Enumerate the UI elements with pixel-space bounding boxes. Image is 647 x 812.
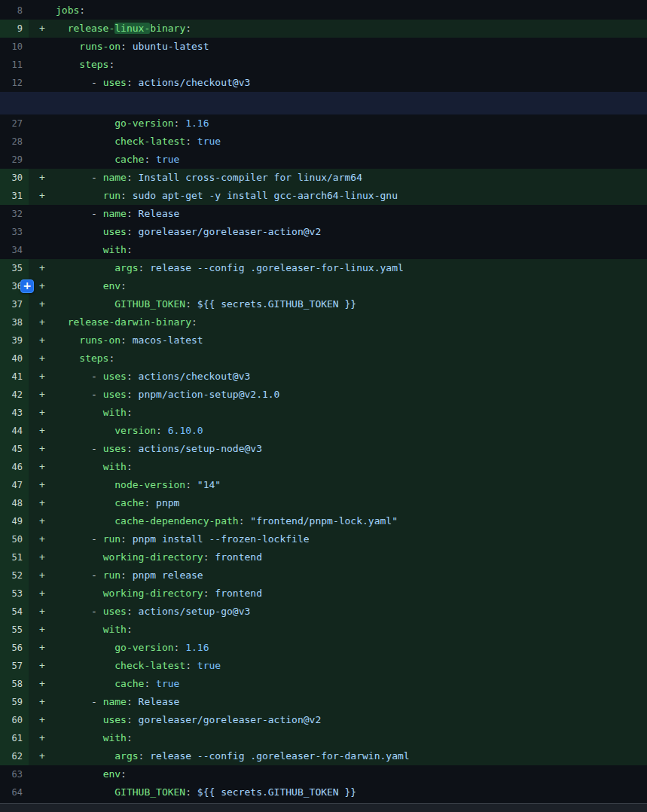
line-number[interactable]: 8 bbox=[0, 2, 29, 20]
code-token bbox=[56, 714, 103, 725]
line-number[interactable]: 33 bbox=[0, 223, 29, 241]
code-token: : bbox=[203, 588, 215, 599]
line-number[interactable]: 40 bbox=[0, 350, 29, 368]
code-token: working-directory bbox=[103, 588, 203, 599]
code-text: jobs: bbox=[56, 2, 647, 20]
code-token: - bbox=[56, 172, 103, 183]
diff-line: 9+ release-linux-binary: bbox=[0, 20, 647, 38]
line-number[interactable]: 62 bbox=[0, 747, 29, 765]
code-token: actions/setup-go@v3 bbox=[139, 606, 251, 617]
line-number[interactable]: 48 bbox=[0, 494, 29, 512]
code-token: : bbox=[127, 244, 133, 255]
diff-add-marker: + bbox=[29, 368, 56, 386]
diff-line: 12 - uses: actions/checkout@v3 bbox=[0, 74, 647, 92]
code-token: true bbox=[197, 136, 221, 147]
code-token bbox=[56, 280, 103, 292]
code-token: working-directory bbox=[103, 551, 203, 563]
code-token: run bbox=[103, 533, 121, 545]
diff-add-marker: + bbox=[29, 693, 56, 711]
diff-add-marker: + bbox=[29, 530, 56, 548]
diff-add-marker: + bbox=[29, 20, 56, 38]
code-token: run bbox=[103, 190, 121, 201]
line-number[interactable]: 49 bbox=[0, 512, 29, 530]
diff-add-marker: + bbox=[29, 675, 56, 693]
line-number[interactable]: 45 bbox=[0, 440, 29, 458]
code-token bbox=[56, 786, 114, 798]
code-text: cache-dependency-path: "frontend/pnpm-lo… bbox=[56, 512, 647, 530]
code-token: frontend bbox=[215, 551, 262, 563]
diff-line: 49+ cache-dependency-path: "frontend/pnp… bbox=[0, 512, 647, 530]
diff-line: 32 - name: Release bbox=[0, 205, 647, 223]
diff-add-marker: + bbox=[29, 729, 56, 747]
diff-add-marker bbox=[29, 223, 56, 241]
diff-line: 43+ with: bbox=[0, 404, 647, 422]
line-number[interactable]: 59 bbox=[0, 693, 29, 711]
line-number[interactable]: 31 bbox=[0, 187, 29, 205]
code-token: : bbox=[127, 371, 139, 382]
code-token: : bbox=[127, 389, 139, 400]
line-number[interactable]: 58 bbox=[0, 675, 29, 693]
diff-line: 36+ env: bbox=[0, 277, 647, 295]
line-number[interactable]: 38 bbox=[0, 313, 29, 331]
code-text: steps: bbox=[56, 350, 647, 368]
line-number[interactable]: 30 bbox=[0, 169, 29, 187]
code-token: steps bbox=[79, 353, 108, 364]
code-token: uses bbox=[103, 77, 127, 88]
line-number[interactable]: 46 bbox=[0, 458, 29, 476]
diff-add-marker: + bbox=[29, 621, 56, 639]
line-number[interactable]: 55 bbox=[0, 621, 29, 639]
line-number[interactable]: 11 bbox=[0, 56, 29, 74]
line-number[interactable]: 61 bbox=[0, 729, 29, 747]
diff-line: 27 go-version: 1.16 bbox=[0, 114, 647, 133]
code-token: go-version bbox=[114, 642, 173, 653]
line-number[interactable]: 43 bbox=[0, 404, 29, 422]
line-number[interactable]: 35 bbox=[0, 259, 29, 277]
code-token: 6.10.0 bbox=[168, 425, 203, 436]
line-number[interactable]: 51 bbox=[0, 548, 29, 566]
code-text: - run: pnpm install --frozen-lockfile bbox=[56, 530, 647, 548]
code-token: actions/checkout@v3 bbox=[139, 371, 251, 382]
diff-add-marker: + bbox=[29, 440, 56, 458]
line-number[interactable]: 29 bbox=[0, 151, 29, 169]
code-token: release-darwin-binary bbox=[68, 316, 191, 328]
line-number[interactable]: 47 bbox=[0, 476, 29, 494]
line-number[interactable]: 54 bbox=[0, 603, 29, 621]
line-number[interactable]: 39 bbox=[0, 331, 29, 350]
code-token: : bbox=[127, 606, 139, 617]
line-number[interactable]: 28 bbox=[0, 133, 29, 151]
diff-add-marker: + bbox=[29, 259, 56, 277]
code-token: "frontend/pnpm-lock.yaml" bbox=[250, 515, 398, 527]
code-text: check-latest: true bbox=[56, 657, 647, 675]
line-number[interactable]: 27 bbox=[0, 114, 29, 133]
line-number[interactable]: 53 bbox=[0, 585, 29, 603]
code-token: : bbox=[127, 226, 139, 237]
add-comment-button[interactable]: + bbox=[20, 279, 34, 293]
line-number[interactable]: 57 bbox=[0, 657, 29, 675]
code-token: jobs bbox=[56, 5, 79, 16]
diff-line: 59+ - name: Release bbox=[0, 693, 647, 711]
expand-hidden-lines-row[interactable] bbox=[0, 92, 647, 114]
line-number[interactable]: 60 bbox=[0, 711, 29, 729]
line-number[interactable]: 63 bbox=[0, 765, 29, 783]
line-number[interactable]: 56 bbox=[0, 639, 29, 657]
code-token: uses bbox=[103, 226, 127, 237]
line-number[interactable]: 52 bbox=[0, 566, 29, 585]
line-number[interactable]: 42 bbox=[0, 386, 29, 404]
diff-add-marker: + bbox=[29, 585, 56, 603]
line-number[interactable]: 32 bbox=[0, 205, 29, 223]
code-text: with: bbox=[56, 241, 647, 259]
line-number[interactable]: 64 bbox=[0, 783, 29, 801]
line-number[interactable]: 12 bbox=[0, 74, 29, 92]
line-number[interactable]: 37 bbox=[0, 295, 29, 313]
line-number[interactable]: 44 bbox=[0, 422, 29, 440]
diff-add-marker bbox=[29, 133, 56, 151]
line-number[interactable]: 10 bbox=[0, 38, 29, 56]
line-number[interactable]: 50 bbox=[0, 530, 29, 548]
diff-line: 60+ uses: goreleaser/goreleaser-action@v… bbox=[0, 711, 647, 729]
code-token: with bbox=[103, 244, 127, 255]
diff-line: 61+ with: bbox=[0, 729, 647, 747]
line-number[interactable]: 41 bbox=[0, 368, 29, 386]
line-number[interactable]: 9 bbox=[0, 20, 29, 38]
code-token: uses bbox=[103, 389, 127, 400]
line-number[interactable]: 34 bbox=[0, 241, 29, 259]
